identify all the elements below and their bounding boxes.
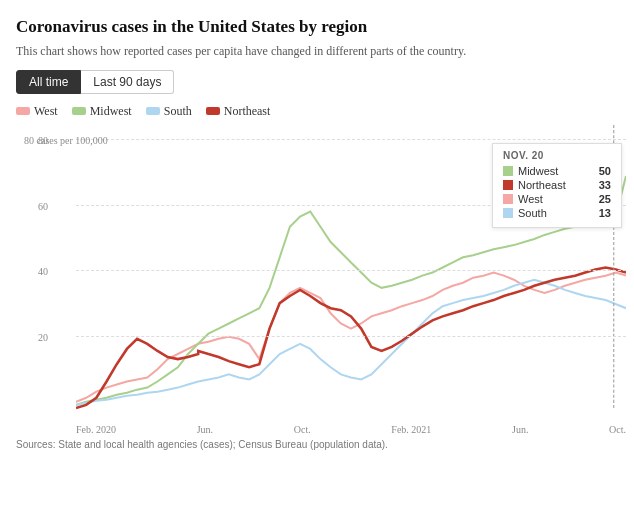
tooltip-row-west: West 25 [503,193,611,205]
grid-label-40: 40 [38,266,48,277]
tooltip-region-south: South [518,207,547,219]
legend-item-west: West [16,104,58,119]
grid-label-20: 20 [38,331,48,342]
all-time-button[interactable]: All time [16,70,81,94]
chart-title: Coronavirus cases in the United States b… [16,16,618,38]
main-container: Coronavirus cases in the United States b… [0,0,634,460]
tooltip-swatch-west [503,194,513,204]
legend-swatch-midwest [72,107,86,115]
tooltip-region-midwest: Midwest [518,165,558,177]
legend-item-midwest: Midwest [72,104,132,119]
y-axis-label: 80 cases per 100,000 [24,135,108,146]
chart-area: 80 60 40 20 [26,125,626,435]
tooltip-val-south: 13 [599,207,611,219]
west-line [76,272,626,401]
northeast-line [76,267,626,407]
south-line [76,280,626,405]
tooltip-box: NOV. 20 Midwest 50 Northeast 33 [492,143,622,228]
grid-label-60: 60 [38,200,48,211]
legend-swatch-northeast [206,107,220,115]
tooltip-region-northeast: Northeast [518,179,566,191]
x-label-1: Jun. [197,424,213,435]
legend-label-northeast: Northeast [224,104,271,119]
grid-line-40: 40 [76,270,626,271]
x-label-3: Feb. 2021 [391,424,431,435]
tooltip-val-west: 25 [599,193,611,205]
legend-swatch-south [146,107,160,115]
legend-swatch-west [16,107,30,115]
x-label-4: Jun. [512,424,528,435]
tooltip-row-south: South 13 [503,207,611,219]
tooltip-swatch-south [503,208,513,218]
chart-inner: 80 60 40 20 [76,125,626,410]
legend-label-south: South [164,104,192,119]
chart-legend: West Midwest South Northeast [16,104,618,119]
x-label-0: Feb. 2020 [76,424,116,435]
grid-line-80: 80 [76,139,626,140]
tooltip-region-west: West [518,193,543,205]
time-filter-group: All time Last 90 days [16,70,618,94]
source-text: Sources: State and local health agencies… [16,439,618,450]
tooltip-val-northeast: 33 [599,179,611,191]
tooltip-swatch-midwest [503,166,513,176]
tooltip-val-midwest: 50 [599,165,611,177]
x-axis-labels: Feb. 2020 Jun. Oct. Feb. 2021 Jun. Oct. [76,424,626,435]
tooltip-row-midwest: Midwest 50 [503,165,611,177]
tooltip-row-northeast: Northeast 33 [503,179,611,191]
legend-item-northeast: Northeast [206,104,271,119]
x-label-2: Oct. [294,424,311,435]
x-label-5: Oct. [609,424,626,435]
tooltip-date: NOV. 20 [503,150,611,161]
grid-line-20: 20 [76,336,626,337]
tooltip-swatch-northeast [503,180,513,190]
legend-label-west: West [34,104,58,119]
chart-subtitle: This chart shows how reported cases per … [16,43,536,60]
last-90-days-button[interactable]: Last 90 days [81,70,174,94]
legend-item-south: South [146,104,192,119]
legend-label-midwest: Midwest [90,104,132,119]
